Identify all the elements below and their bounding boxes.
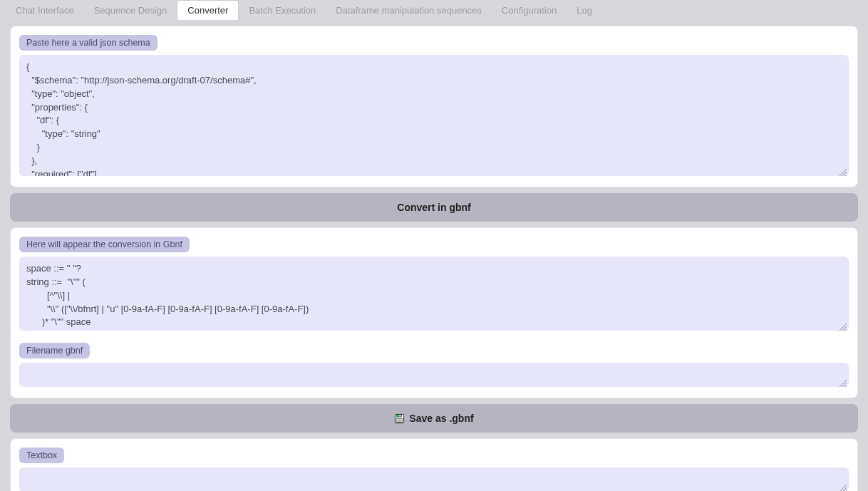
json-schema-label: Paste here a valid json schema: [19, 35, 157, 51]
svg-rect-11: [400, 415, 401, 416]
svg-rect-10: [397, 414, 402, 417]
tab-configuration[interactable]: Configuration: [492, 1, 567, 20]
save-button[interactable]: Save as .gbnf: [10, 404, 858, 433]
save-button-label: Save as .gbnf: [409, 413, 473, 424]
gbnf-output-label: Here will appear the conversion in Gbnf: [19, 237, 190, 252]
tab-dataframe-sequences[interactable]: Dataframe manipulation sequences: [326, 1, 492, 20]
tab-sequence-design[interactable]: Sequence Design: [84, 1, 177, 20]
tab-bar: Chat Interface Sequence Design Converter…: [0, 0, 868, 20]
convert-button[interactable]: Convert in gbnf: [10, 193, 858, 222]
json-schema-panel: Paste here a valid json schema: [10, 26, 858, 187]
output-section: Here will appear the conversion in Gbnf …: [10, 227, 858, 398]
textbox-input[interactable]: [19, 467, 849, 491]
tab-chat-interface[interactable]: Chat Interface: [6, 1, 84, 20]
json-schema-textarea[interactable]: [19, 55, 849, 176]
tab-log[interactable]: Log: [567, 1, 602, 20]
convert-button-label: Convert in gbnf: [397, 202, 470, 213]
textbox-panel: Textbox: [10, 438, 858, 491]
floppy-disk-icon: [394, 413, 405, 424]
tab-converter[interactable]: Converter: [177, 0, 239, 20]
filename-input[interactable]: [19, 363, 849, 387]
textbox-label: Textbox: [19, 448, 64, 463]
tab-batch-execution[interactable]: Batch Execution: [239, 1, 326, 20]
filename-label: Filename gbnf: [19, 343, 90, 358]
gbnf-output-textarea[interactable]: [19, 257, 849, 331]
